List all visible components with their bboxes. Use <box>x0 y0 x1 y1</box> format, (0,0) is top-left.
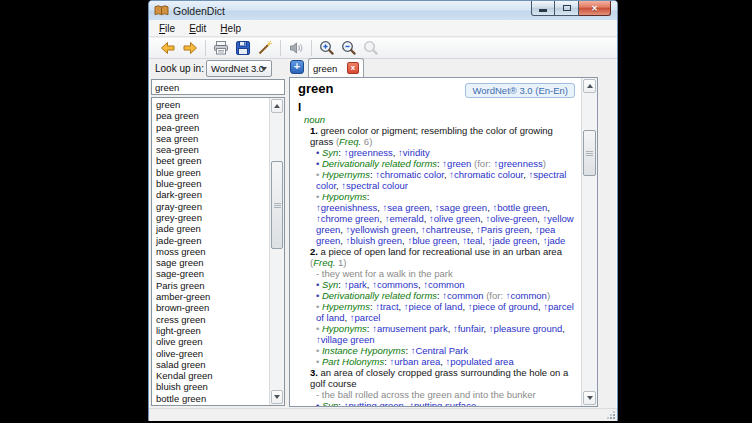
list-item[interactable]: brown-green <box>152 302 269 313</box>
scroll-up-button[interactable] <box>271 99 283 113</box>
article-link[interactable]: ↑spectral colour <box>341 180 408 191</box>
article-link[interactable]: ↑jade <box>543 235 566 246</box>
list-item[interactable]: dark-green <box>152 189 269 200</box>
list-item[interactable]: salad green <box>152 359 269 370</box>
list-item[interactable]: sage green <box>152 257 269 268</box>
article-text: noun <box>304 114 325 125</box>
article-link[interactable]: ↑green <box>442 158 471 169</box>
list-item[interactable]: gray-green <box>152 201 269 212</box>
close-button[interactable]: ✕ <box>579 1 611 16</box>
scrollbar-thumb[interactable] <box>271 161 283 249</box>
list-item[interactable]: blue green <box>152 167 269 178</box>
list-item[interactable]: jade green <box>152 223 269 234</box>
list-item[interactable]: sage-green <box>152 268 269 279</box>
zoom-reset-button[interactable] <box>360 38 382 58</box>
back-button[interactable] <box>157 38 179 58</box>
article-link[interactable]: ↑amusement park <box>372 323 448 334</box>
article-link[interactable]: ↑olive-green <box>486 213 538 224</box>
article-link[interactable]: ↑Central Park <box>411 345 469 356</box>
add-tab-button[interactable]: + <box>290 60 304 74</box>
article-link[interactable]: ↑funfair <box>453 323 484 334</box>
article-link[interactable]: ↑common <box>423 279 464 290</box>
article-link[interactable]: ↑greenness <box>344 147 393 158</box>
print-button[interactable] <box>210 38 232 58</box>
article-link[interactable]: ↑emerald <box>385 213 424 224</box>
tab-close-icon[interactable]: x <box>347 62 359 74</box>
menu-edit[interactable]: Edit <box>182 21 213 36</box>
list-item[interactable]: amber-green <box>152 291 269 302</box>
pronounce-button[interactable] <box>285 38 307 58</box>
article-link[interactable]: ↑chromatic color <box>375 169 444 180</box>
article-link[interactable]: ↑sage green <box>435 202 487 213</box>
titlebar[interactable]: GoldenDict ✕ <box>149 1 617 20</box>
list-item[interactable]: Paris green <box>152 280 269 291</box>
list-item[interactable]: grey-green <box>152 212 269 223</box>
list-item[interactable]: pea-green <box>152 122 269 133</box>
list-item[interactable]: sea green <box>152 133 269 144</box>
menu-file[interactable]: File <box>152 21 182 36</box>
list-item[interactable]: bluish green <box>152 381 269 392</box>
article-link[interactable]: ↑blue green <box>407 235 457 246</box>
dictionary-badge[interactable]: WordNet® 3.0 (En-En) <box>465 83 575 98</box>
article-link[interactable]: ↑piece of land <box>404 301 463 312</box>
tab-green[interactable]: green x <box>308 58 364 77</box>
list-item[interactable]: light-green <box>152 325 269 336</box>
article-link[interactable]: ↑piece of ground <box>468 301 538 312</box>
article-link[interactable]: ↑Paris green <box>476 224 529 235</box>
list-item[interactable]: Kendal green <box>152 370 269 381</box>
menu-help[interactable]: Help <box>213 21 248 36</box>
zoom-out-button[interactable] <box>338 38 360 58</box>
article-link[interactable]: ↑park <box>344 279 367 290</box>
article-link[interactable]: ↑chromatic colour <box>449 169 523 180</box>
scroll-up-button[interactable] <box>583 79 596 93</box>
list-item[interactable]: pea green <box>152 110 269 121</box>
article-link[interactable]: ↑chartreuse <box>421 224 471 235</box>
list-item[interactable]: moss green <box>152 246 269 257</box>
scrollbar-thumb[interactable] <box>583 130 596 176</box>
forward-button[interactable] <box>179 38 201 58</box>
article-link[interactable]: ↑putting surface <box>409 400 476 406</box>
article-link[interactable]: ↑teal <box>462 235 482 246</box>
article-scrollbar[interactable] <box>581 78 597 406</box>
list-item[interactable]: beet green <box>152 155 269 166</box>
article-link[interactable]: ↑viridity <box>398 147 430 158</box>
article-link[interactable]: ↑common <box>442 290 483 301</box>
list-item[interactable]: sea-green <box>152 144 269 155</box>
list-item[interactable]: olive-green <box>152 348 269 359</box>
search-input[interactable] <box>151 79 285 95</box>
minimize-button[interactable] <box>531 1 555 16</box>
article-link[interactable]: ↑olive green <box>429 213 480 224</box>
list-item[interactable]: cress green <box>152 314 269 325</box>
scan-popup-button[interactable] <box>254 38 276 58</box>
article-link[interactable]: ↑commons <box>372 279 418 290</box>
article-link[interactable]: ↑populated area <box>446 356 514 367</box>
article-link[interactable]: ↑yellowish green <box>346 224 416 235</box>
list-item[interactable]: blue-green <box>152 178 269 189</box>
dictionary-group-select[interactable]: WordNet 3.0 <box>206 60 272 77</box>
article-link[interactable]: ↑bottle green <box>492 202 547 213</box>
article-link[interactable]: ↑village green <box>316 334 375 345</box>
article-link[interactable]: ↑urban area <box>390 356 441 367</box>
article-link[interactable]: ↑sea green <box>383 202 430 213</box>
resize-grip[interactable] <box>605 409 615 419</box>
list-item[interactable]: jade-green <box>152 235 269 246</box>
maximize-button[interactable] <box>555 1 579 16</box>
article-link[interactable]: ↑greenishness <box>316 202 377 213</box>
article-link[interactable]: ↑common <box>506 290 547 301</box>
article-link[interactable]: ↑tract <box>375 301 398 312</box>
list-item[interactable]: bottle green <box>152 393 269 404</box>
article-link[interactable]: ↑bluish green <box>346 235 403 246</box>
article-link[interactable]: ↑parcel <box>350 312 381 323</box>
list-item[interactable]: olive green <box>152 336 269 347</box>
list-item[interactable]: green <box>152 99 269 110</box>
scroll-down-button[interactable] <box>583 391 596 405</box>
save-button[interactable] <box>232 38 254 58</box>
zoom-in-button[interactable] <box>316 38 338 58</box>
scroll-down-button[interactable] <box>271 390 283 404</box>
article-link[interactable]: ↑putting green <box>344 400 404 406</box>
article-link[interactable]: ↑jade green <box>488 235 538 246</box>
word-list-scrollbar[interactable] <box>269 98 284 405</box>
article-link[interactable]: ↑pleasure ground <box>489 323 562 334</box>
article-link[interactable]: ↑greenness <box>494 158 543 169</box>
article-link[interactable]: ↑chrome green <box>316 213 379 224</box>
